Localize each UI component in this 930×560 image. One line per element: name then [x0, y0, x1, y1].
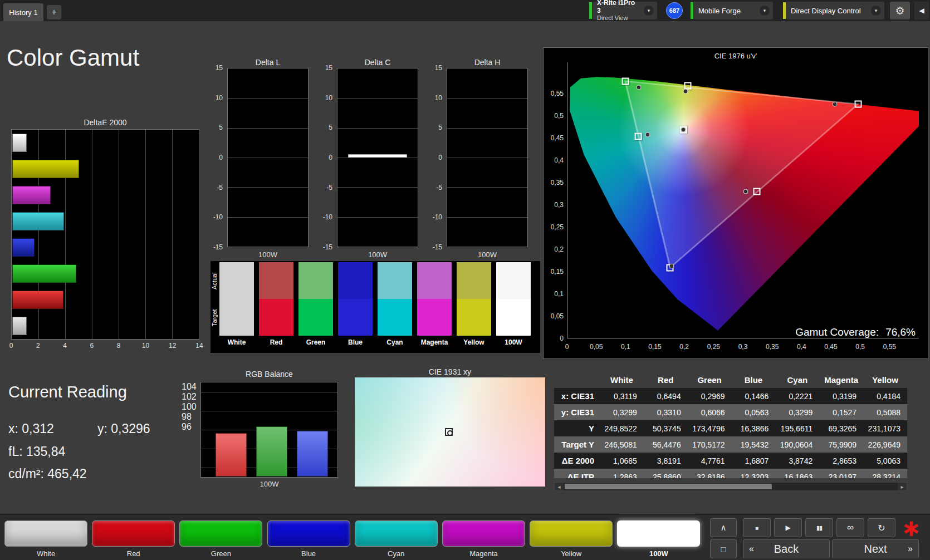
rgb-bar-red: [216, 433, 247, 477]
swatch-column-red: Red: [259, 262, 293, 349]
chevron-down-icon[interactable]: ▾: [760, 6, 770, 16]
settings-button[interactable]: ⚙: [890, 2, 910, 19]
play-button[interactable]: ▶: [774, 518, 802, 537]
color-swatch: [92, 520, 175, 547]
table-cell: 1,0685: [600, 453, 644, 469]
continuous-read-button[interactable]: ∞: [836, 518, 864, 537]
target-swatch: [338, 299, 373, 336]
axis-tick-label: 102: [182, 392, 198, 402]
gridline: [228, 158, 308, 158]
swatch-strip: Actual Target WhiteRedGreenBlueCyanMagen…: [211, 261, 540, 353]
patch-button-magenta[interactable]: Magenta: [442, 520, 525, 558]
axis-tick-label: 0,55: [883, 343, 896, 351]
table-cell: 3,8191: [644, 453, 688, 469]
swatch-label: Blue: [338, 336, 373, 349]
chevron-down-icon[interactable]: ▾: [871, 6, 881, 16]
stop-button[interactable]: ■: [743, 518, 771, 537]
display-accent-bar: [783, 2, 786, 19]
patch-button-yellow[interactable]: Yellow: [530, 520, 613, 558]
table-cell: 190,0604: [775, 436, 819, 453]
axis-tick-label: 0,5: [855, 343, 865, 351]
collapse-panel-button[interactable]: ◀: [914, 2, 929, 19]
table-row: x: CIE310,31190,64940,29690,14660,22210,…: [554, 388, 907, 404]
scroll-right-icon[interactable]: ▸: [898, 483, 907, 490]
chevron-down-icon[interactable]: ▾: [644, 6, 654, 16]
table-cell: 0,3299: [600, 404, 644, 420]
patch-button-100w[interactable]: 100W: [617, 520, 700, 558]
axis-tick-label: 15: [204, 64, 223, 72]
source-dropdown[interactable]: Mobile Forge ▾: [694, 2, 773, 19]
table-cell: 195,6611: [775, 420, 819, 436]
deltae-xaxis: 02468101214: [11, 342, 199, 351]
color-swatch: [617, 520, 700, 547]
scroll-left-icon[interactable]: ◂: [555, 483, 564, 490]
tab-history-1[interactable]: History 1: [3, 3, 43, 21]
axis-tick-label: 96: [182, 422, 198, 432]
patch-button-red[interactable]: Red: [92, 520, 175, 558]
window-pattern-button[interactable]: □: [710, 539, 737, 558]
target-swatch: [496, 299, 531, 336]
delta-c-plot: [337, 68, 418, 247]
swatch-column-green: Green: [298, 262, 333, 349]
delta-c-yaxis: 151050-5-10-15: [312, 68, 335, 247]
gridline: [228, 128, 308, 129]
deltae-bar-red: [12, 291, 63, 309]
gridline: [337, 98, 418, 99]
gridline: [228, 98, 308, 99]
axis-tick-label: 4: [63, 342, 67, 350]
table-scrollbar[interactable]: ◂ ▸: [554, 482, 907, 491]
table-cell: 16,1863: [775, 469, 819, 478]
add-tab-button[interactable]: +: [47, 5, 61, 19]
patch-label: Green: [179, 549, 262, 558]
target-swatch: [457, 299, 491, 336]
delta-c-title: Delta C: [337, 58, 418, 67]
delta-h-yaxis: 151050-5-10-15: [422, 68, 444, 247]
loop-button[interactable]: ↻: [868, 518, 895, 537]
patch-button-cyan[interactable]: Cyan: [355, 520, 438, 558]
axis-tick-label: 10: [142, 342, 149, 350]
source-accent-bar: [691, 2, 693, 19]
meter-dropdown[interactable]: X-Rite i1Pro 3 Direct View ▾: [593, 2, 657, 19]
axis-tick-label: 0,55: [545, 90, 564, 97]
pause-button[interactable]: ▮▮: [805, 518, 833, 537]
patch-label: 100W: [617, 549, 700, 558]
actual-swatch: [298, 262, 333, 299]
patch-button-blue[interactable]: Blue: [267, 520, 350, 558]
target-swatch: [259, 299, 293, 336]
scrollbar-thumb[interactable]: [565, 484, 772, 489]
axis-tick-label: 0,45: [824, 343, 837, 351]
meter-count-badge[interactable]: 687: [666, 2, 683, 19]
color-swatch: [355, 520, 438, 547]
deltae-bar-yellow: [12, 160, 79, 178]
next-button[interactable]: Next »: [832, 539, 919, 558]
actual-swatch: [378, 262, 412, 299]
axis-tick-label: 104: [182, 382, 198, 392]
table-cell: 0,1466: [732, 388, 776, 404]
gear-icon: ⚙: [895, 4, 904, 17]
pause-icon: ▮▮: [816, 524, 822, 532]
abort-asterisk-icon[interactable]: ∗: [900, 515, 922, 541]
display-control-dropdown[interactable]: Direct Display Control ▾: [786, 2, 884, 19]
gridline: [201, 392, 337, 392]
patch-button-white[interactable]: White: [4, 520, 87, 558]
back-button[interactable]: « Back: [743, 539, 830, 558]
row-label: ΔE ITP: [554, 469, 600, 478]
gridline: [337, 128, 418, 129]
patch-button-green[interactable]: Green: [179, 520, 262, 558]
target-marker-magenta: [753, 188, 760, 195]
swatch-column-blue: Blue: [338, 262, 373, 349]
chevron-up-icon: ∧: [721, 523, 727, 533]
target-marker-red: [855, 100, 862, 107]
axis-tick-label: 0,3: [545, 201, 564, 209]
rgb-yaxis: 1041021009896: [182, 382, 198, 478]
swatch-label: Green: [298, 336, 333, 349]
rgb-xlabel: 100W: [200, 480, 338, 488]
delta-l-title: Delta L: [227, 58, 309, 67]
reading-cdm2: cd/m²: 465,42: [8, 466, 87, 482]
expand-panel-button[interactable]: ∧: [710, 518, 737, 537]
gridline: [337, 158, 418, 158]
gridline: [337, 187, 418, 188]
table-cell: 23,0197: [819, 469, 863, 478]
row-label: ΔE 2000: [554, 453, 600, 469]
gridline: [447, 217, 527, 218]
